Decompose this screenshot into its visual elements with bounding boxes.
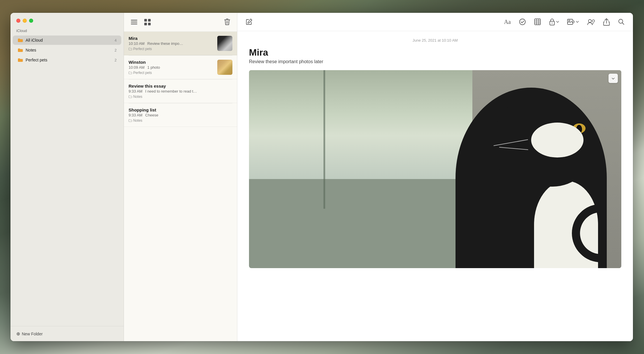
traffic-lights [10,19,124,29]
table-button[interactable] [533,17,542,26]
note-item-mira-title: Mira [129,36,214,41]
svg-point-16 [569,20,570,21]
note-date: June 25, 2021 at 10:10 AM [249,38,621,43]
note-item-shopping-list-title: Shopping list [129,107,232,112]
sidebar-item-all-icloud[interactable]: All iCloud 4 [13,36,121,45]
note-item-winston-thumbnail [217,60,232,75]
folder-icon [17,47,23,53]
note-image-container [249,70,621,268]
grid-view-button[interactable] [143,18,152,26]
window-frame [323,70,325,209]
note-subtitle[interactable]: Review these important photos later [249,59,621,64]
checklist-button[interactable] [518,17,527,26]
delete-button[interactable] [223,17,231,27]
sidebar-item-all-icloud-count: 4 [115,38,117,43]
format-button[interactable]: Aa [503,17,512,26]
compose-button[interactable] [244,17,254,26]
cat-muzzle [531,123,583,157]
checklist-icon [519,18,526,25]
media-button[interactable] [566,17,580,26]
chevron-down-icon [611,76,615,80]
new-folder-label: New Folder [22,332,43,336]
lock-button[interactable] [548,17,560,26]
note-item-mira-meta: 10:10 AM Review these impo… [129,41,214,46]
sidebar-item-notes-label: Notes [26,48,112,52]
svg-rect-2 [131,24,137,24]
note-item-mira-thumbnail [217,36,232,51]
trash-icon [224,19,230,26]
notes-app-window: iCloud All iCloud 4 Notes 2 [10,13,633,341]
sidebar-item-notes-count: 2 [115,48,117,52]
sidebar-item-perfect-pets[interactable]: Perfect pets 2 [13,55,121,65]
note-title[interactable]: Mira [249,47,621,58]
maximize-button[interactable] [29,19,33,23]
dog-thumbnail-image [217,60,232,75]
note-item-shopping-list-meta: 9:33 AM Cheese [129,113,232,117]
format-label: Aa [504,19,511,25]
note-item-review-essay[interactable]: Review this essay 9:33 AM I need to reme… [124,79,237,103]
svg-point-18 [592,20,595,22]
note-detail-content: June 25, 2021 at 10:10 AM Mira Review th… [237,31,633,341]
svg-rect-8 [535,19,540,25]
search-button[interactable] [617,17,626,26]
note-list: Mira 10:10 AM Review these impo… Perfect… [124,32,237,341]
list-view-button[interactable] [130,18,138,26]
note-item-shopping-list-folder-label: Notes [133,118,142,123]
collaborate-icon [587,18,595,25]
note-item-mira-folder-label: Perfect pets [133,47,152,51]
image-expand-button[interactable] [609,74,618,83]
svg-rect-5 [144,23,147,25]
note-item-winston-preview: 1 photo [147,65,160,70]
note-detail-toolbar: Aa [237,13,633,31]
note-item-mira[interactable]: Mira 10:10 AM Review these impo… Perfect… [124,32,237,55]
plus-icon: ⊕ [16,331,20,337]
note-item-shopping-list-content: Shopping list 9:33 AM Cheese Notes [129,107,232,123]
note-item-review-essay-content: Review this essay 9:33 AM I need to reme… [129,84,232,99]
note-item-mira-preview: Review these impo… [147,41,183,46]
lock-icon [549,18,555,25]
note-list-pane: Mira 10:10 AM Review these impo… Perfect… [124,13,237,341]
share-icon [603,18,610,26]
note-item-winston-title: Winston [129,60,214,65]
svg-rect-3 [144,19,147,22]
chevron-down-icon [556,21,559,23]
folder-icon [17,57,23,63]
note-item-shopping-list-preview: Cheese [145,113,158,117]
folder-small-icon [129,47,132,50]
svg-rect-1 [131,22,137,23]
share-button[interactable] [602,17,611,27]
media-icon [567,18,575,25]
minimize-button[interactable] [23,19,27,23]
collaborate-button[interactable] [586,17,596,26]
note-item-winston-folder: Perfect pets [129,71,214,75]
cat-thumbnail-image [217,36,232,51]
note-item-winston-content: Winston 10:09 AM 1 photo Perfect pets [129,60,214,75]
note-item-mira-folder: Perfect pets [129,47,214,51]
svg-rect-6 [148,23,151,25]
svg-point-7 [520,19,525,25]
note-item-winston[interactable]: Winston 10:09 AM 1 photo Perfect pets [124,56,237,79]
note-list-toolbar [124,13,237,32]
folder-small-icon [129,71,132,74]
note-item-review-essay-title: Review this essay [129,84,232,88]
note-detail-pane: Aa [237,13,633,341]
note-item-shopping-list[interactable]: Shopping list 9:33 AM Cheese Notes [124,103,237,127]
sidebar-item-notes[interactable]: Notes 2 [13,45,121,55]
note-item-review-essay-preview: I need to remember to read t… [145,89,197,93]
close-button[interactable] [16,19,20,23]
folder-icon [17,37,23,43]
table-icon [534,18,541,25]
note-item-shopping-list-folder: Notes [129,118,232,123]
note-item-review-essay-time: 9:33 AM [129,89,143,93]
new-folder-button[interactable]: ⊕ New Folder [16,331,43,337]
grid-view-icon [144,19,151,25]
sidebar: iCloud All iCloud 4 Notes 2 [10,13,124,341]
note-item-review-essay-meta: 9:33 AM I need to remember to read t… [129,89,232,93]
folder-small-icon [129,95,132,98]
note-item-review-essay-folder: Notes [129,95,232,99]
list-view-icon [131,20,137,25]
compose-icon [245,18,252,25]
svg-point-17 [588,20,591,22]
note-item-mira-content: Mira 10:10 AM Review these impo… Perfect… [129,36,214,51]
svg-point-14 [552,23,553,24]
